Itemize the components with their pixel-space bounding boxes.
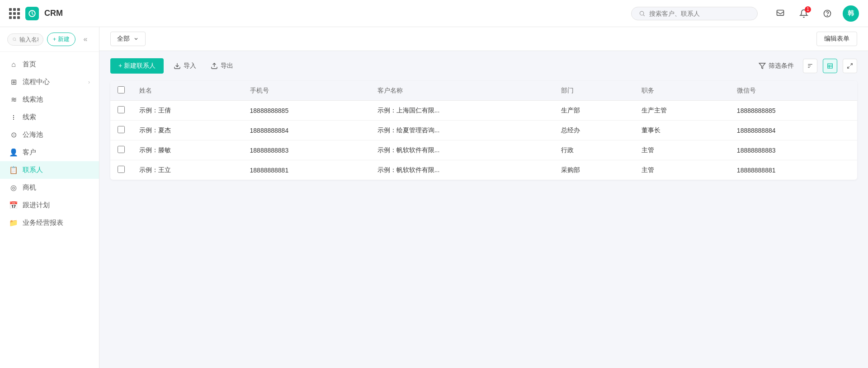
cell-phone: 18888888881: [243, 160, 370, 180]
cell-department: 总经办: [554, 121, 634, 140]
notification-badge: 1: [805, 6, 811, 13]
sort-icon: [807, 63, 813, 69]
row-checkbox[interactable]: [118, 166, 125, 173]
export-icon: [211, 62, 218, 70]
sidebar-item-sea-pool[interactable]: ⊙ 公海池: [0, 126, 99, 144]
cell-position: 主管: [634, 160, 730, 180]
table-row[interactable]: 示例：夏杰 18888888884 示例：绘夏管理咨询... 总经办 董事长 1…: [110, 121, 857, 140]
row-checkbox[interactable]: [118, 126, 125, 133]
content-area: + 新建联系人 导入 导出 筛选条件: [99, 51, 868, 368]
table-row[interactable]: 示例：王立 18888888881 示例：帆软软件有限... 采购部 主管 18…: [110, 160, 857, 180]
navbar-center: [70, 7, 758, 20]
clue-pool-nav-icon: ≋: [9, 95, 18, 104]
sidebar-item-opportunity[interactable]: ◎ 商机: [0, 179, 99, 196]
sidebar-search-box[interactable]: [7, 33, 43, 46]
sidebar-item-process[interactable]: ⊞ 流程中心 ›: [0, 73, 99, 91]
navbar-left: CRM: [9, 7, 63, 20]
chevron-down-icon: [133, 36, 139, 42]
sidebar-item-label: 业务经营报表: [23, 219, 63, 227]
row-checkbox-cell: [110, 121, 132, 140]
home-nav-icon: ⌂: [9, 61, 18, 69]
cell-phone: 18888888885: [243, 101, 370, 121]
cell-wechat: 18888888883: [730, 140, 857, 160]
sidebar-item-followup[interactable]: 📅 跟进计划: [0, 196, 99, 214]
sidebar-item-clue-pool[interactable]: ≋ 线索池: [0, 91, 99, 108]
sidebar-item-label: 跟进计划: [23, 201, 50, 210]
sidebar-item-clue[interactable]: ⫶ 线索: [0, 108, 99, 126]
toolbar-right: 筛选条件: [755, 59, 857, 73]
import-label: 导入: [184, 62, 196, 70]
scope-filter-label: 全部: [117, 35, 130, 43]
process-nav-icon: ⊞: [9, 78, 18, 86]
layout: + 新建 « ⌂ 首页 ⊞ 流程中心 › ≋ 线索池 ⫶ 线索 ⊙ 公海池 👤 …: [0, 27, 868, 368]
report-nav-icon: 📁: [9, 219, 18, 227]
cell-customer: 示例：上海国仁有限...: [370, 101, 554, 121]
cell-position: 董事长: [634, 121, 730, 140]
sidebar-item-label: 公海池: [23, 130, 43, 139]
create-contact-button[interactable]: + 新建联系人: [110, 58, 164, 74]
sidebar-item-label: 线索池: [23, 95, 43, 104]
avatar[interactable]: 韩: [843, 5, 859, 22]
sidebar-item-label: 首页: [23, 60, 36, 69]
export-button[interactable]: 导出: [206, 59, 238, 73]
cell-department: 生产部: [554, 101, 634, 121]
expand-button[interactable]: [843, 59, 857, 73]
filter-button[interactable]: 筛选条件: [755, 59, 797, 73]
table-row[interactable]: 示例：王倩 18888888885 示例：上海国仁有限... 生产部 生产主管 …: [110, 101, 857, 121]
svg-line-2: [643, 14, 645, 16]
cell-customer: 示例：帆软软件有限...: [370, 160, 554, 180]
nav-menu: ⌂ 首页 ⊞ 流程中心 › ≋ 线索池 ⫶ 线索 ⊙ 公海池 👤 客户 📋 联系…: [0, 52, 99, 368]
row-checkbox-cell: [110, 140, 132, 160]
sidebar-search-icon: [12, 36, 17, 42]
table-view-button[interactable]: [823, 59, 837, 73]
svg-point-6: [13, 38, 16, 41]
cell-name: 示例：王倩: [132, 101, 243, 121]
sidebar-item-label: 线索: [23, 113, 36, 121]
toolbar: + 新建联系人 导入 导出 筛选条件: [110, 58, 857, 74]
table-view-icon: [827, 63, 833, 69]
sort-button[interactable]: [803, 59, 817, 73]
message-button[interactable]: [772, 5, 788, 22]
sidebar-item-contact[interactable]: 📋 联系人: [0, 161, 99, 179]
global-search-input[interactable]: [649, 10, 750, 17]
help-button[interactable]: [819, 5, 835, 22]
expand-icon: [847, 63, 853, 69]
export-label: 导出: [221, 62, 233, 70]
import-button[interactable]: 导入: [169, 59, 201, 73]
collapse-button[interactable]: «: [79, 33, 92, 46]
sidebar-item-label: 客户: [23, 148, 36, 157]
sidebar-item-label: 联系人: [23, 166, 43, 174]
customer-nav-icon: 👤: [9, 148, 18, 157]
scope-filter[interactable]: 全部: [110, 32, 146, 46]
clue-nav-icon: ⫶: [9, 113, 18, 121]
edit-form-button[interactable]: 编辑表单: [816, 32, 857, 46]
cell-name: 示例：王立: [132, 160, 243, 180]
svg-marker-10: [759, 63, 765, 69]
sidebar-search-area: + 新建 «: [0, 27, 99, 52]
sidebar-item-home[interactable]: ⌂ 首页: [0, 56, 99, 73]
contacts-table: 姓名 手机号 客户名称 部门 职务 微信号 示例：王倩 18888888885 …: [110, 81, 857, 180]
svg-line-19: [848, 66, 849, 68]
svg-point-1: [640, 11, 643, 15]
sidebar-item-customer[interactable]: 👤 客户: [0, 144, 99, 161]
select-all-checkbox[interactable]: [118, 86, 125, 93]
grid-menu-icon[interactable]: [9, 8, 20, 19]
new-button[interactable]: + 新建: [47, 33, 75, 46]
global-search[interactable]: [631, 7, 758, 20]
cell-name: 示例：夏杰: [132, 121, 243, 140]
row-checkbox[interactable]: [118, 106, 125, 113]
notification-button[interactable]: 1: [796, 5, 812, 22]
cell-wechat: 18888888885: [730, 101, 857, 121]
cell-customer: 示例：帆软软件有限...: [370, 140, 554, 160]
row-checkbox[interactable]: [118, 146, 125, 153]
followup-nav-icon: 📅: [9, 201, 18, 210]
sub-header: 全部 编辑表单: [99, 27, 868, 51]
cell-phone: 18888888883: [243, 140, 370, 160]
sidebar-search-input[interactable]: [19, 36, 38, 43]
row-checkbox-cell: [110, 101, 132, 121]
col-header-name: 姓名: [132, 81, 243, 101]
help-icon: [823, 9, 832, 18]
cell-wechat: 18888888884: [730, 121, 857, 140]
table-row[interactable]: 示例：滕敏 18888888883 示例：帆软软件有限... 行政 主管 188…: [110, 140, 857, 160]
sidebar-item-report[interactable]: 📁 业务经营报表: [0, 214, 99, 232]
